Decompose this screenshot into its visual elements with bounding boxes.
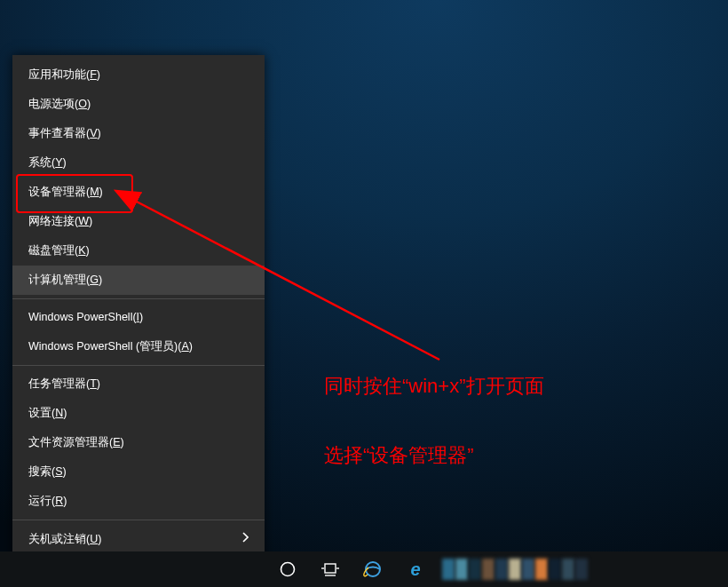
menu-item-5[interactable]: 网络连接(W) <box>12 207 265 236</box>
chevron-right-icon <box>241 532 249 546</box>
menu-item-label: 文件资源管理器(E) <box>28 436 124 449</box>
menu-item-label: 网络连接(W) <box>28 215 92 228</box>
svg-rect-3 <box>325 564 336 573</box>
menu-separator <box>12 298 265 299</box>
menu-item-2[interactable]: 事件查看器(V) <box>12 119 265 148</box>
menu-item-9[interactable]: Windows PowerShell (管理员)(A) <box>12 332 265 361</box>
menu-item-4[interactable]: 设备管理器(M) <box>12 178 265 207</box>
menu-item-label: 电源选项(O) <box>28 98 91 111</box>
winx-context-menu[interactable]: 应用和功能(F)电源选项(O)事件查看器(V)系统(Y)设备管理器(M)网络连接… <box>12 55 265 587</box>
menu-item-label: 事件查看器(V) <box>28 127 101 140</box>
ie-button[interactable] <box>352 551 394 587</box>
edge-button[interactable]: e <box>394 551 437 587</box>
task-view-icon <box>321 562 339 576</box>
menu-item-label: 设备管理器(M) <box>28 186 103 199</box>
menu-item-1[interactable]: 电源选项(O) <box>12 90 265 119</box>
edge-icon: e <box>410 559 420 580</box>
menu-item-7[interactable]: 计算机管理(G) <box>12 266 265 295</box>
menu-item-0[interactable]: 应用和功能(F) <box>12 60 265 90</box>
menu-item-14[interactable]: 运行(R) <box>12 487 265 516</box>
menu-item-label: 应用和功能(F) <box>28 68 100 82</box>
menu-item-12[interactable]: 文件资源管理器(E) <box>12 428 265 457</box>
cortana-icon <box>280 561 296 577</box>
taskbar: e <box>0 551 728 587</box>
ie-icon <box>363 559 383 579</box>
menu-separator <box>12 365 265 366</box>
desktop: 应用和功能(F)电源选项(O)事件查看器(V)系统(Y)设备管理器(M)网络连接… <box>0 0 728 587</box>
menu-item-label: Windows PowerShell (管理员)(A) <box>28 340 193 353</box>
menu-item-label: 关机或注销(U) <box>28 533 101 546</box>
task-view-button[interactable] <box>309 551 352 587</box>
menu-item-8[interactable]: Windows PowerShell(I) <box>12 303 265 332</box>
menu-item-label: 设置(N) <box>28 407 67 420</box>
cortana-button[interactable] <box>266 551 309 587</box>
menu-item-label: 磁盘管理(K) <box>28 244 90 258</box>
menu-item-label: 任务管理器(T) <box>28 377 100 391</box>
svg-point-7 <box>366 562 380 576</box>
taskbar-tray-blur <box>442 559 589 580</box>
menu-item-label: 系统(Y) <box>28 156 67 170</box>
menu-item-3[interactable]: 系统(Y) <box>12 148 265 178</box>
menu-item-15[interactable]: 关机或注销(U) <box>12 524 265 554</box>
menu-item-label: 计算机管理(G) <box>28 274 102 287</box>
menu-item-label: 搜索(S) <box>28 465 67 479</box>
menu-item-10[interactable]: 任务管理器(T) <box>12 369 265 399</box>
annotation-text-1: 同时按住“win+x”打开页面 <box>324 373 544 400</box>
menu-separator <box>12 520 265 520</box>
menu-item-13[interactable]: 搜索(S) <box>12 457 265 487</box>
svg-point-2 <box>281 563 295 576</box>
menu-item-6[interactable]: 磁盘管理(K) <box>12 236 265 266</box>
annotation-text-2: 选择“设备管理器” <box>324 442 474 469</box>
menu-item-label: Windows PowerShell(I) <box>28 311 143 324</box>
menu-item-label: 运行(R) <box>28 495 67 508</box>
menu-item-11[interactable]: 设置(N) <box>12 399 265 428</box>
